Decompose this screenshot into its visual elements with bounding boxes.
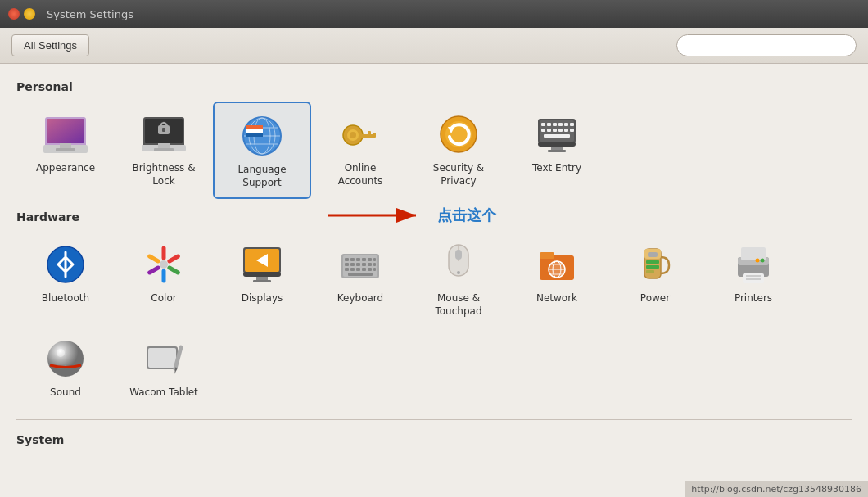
svg-rect-50: [551, 147, 563, 150]
svg-rect-102: [646, 265, 659, 269]
sidebar-item-printers[interactable]: Printers: [704, 232, 802, 326]
svg-line-57: [150, 268, 158, 273]
svg-rect-12: [158, 143, 170, 148]
svg-rect-47: [570, 129, 574, 132]
svg-rect-79: [373, 263, 376, 266]
svg-rect-68: [345, 258, 349, 261]
hardware-icon-grid: Bluetooth Color: [16, 232, 852, 408]
svg-point-112: [47, 341, 84, 377]
svg-rect-36: [541, 123, 545, 126]
sidebar-item-brightness-lock[interactable]: Brightness &Lock: [115, 102, 213, 199]
svg-rect-109: [746, 275, 761, 277]
sidebar-item-bluetooth[interactable]: Bluetooth: [16, 232, 115, 326]
svg-rect-81: [350, 268, 355, 271]
close-button[interactable]: [8, 8, 20, 20]
power-icon: [632, 242, 678, 287]
window-controls[interactable]: [8, 8, 35, 20]
svg-rect-24: [246, 133, 263, 137]
language-support-label: LanguageSupport: [237, 164, 286, 189]
sidebar-item-language-support[interactable]: LanguageSupport: [213, 102, 311, 199]
svg-rect-40: [564, 123, 568, 126]
toolbar: All Settings 🔍: [0, 28, 868, 64]
svg-rect-71: [362, 258, 366, 261]
svg-rect-82: [356, 268, 360, 271]
sidebar-item-mouse-touchpad[interactable]: Mouse &Touchpad: [409, 232, 508, 326]
sidebar-item-sound[interactable]: Sound: [16, 326, 115, 408]
main-content: Personal: [0, 64, 868, 492]
bluetooth-label: Bluetooth: [42, 292, 89, 305]
svg-rect-69: [350, 258, 355, 261]
svg-rect-48: [544, 134, 570, 138]
svg-rect-10: [162, 128, 165, 132]
svg-rect-65: [253, 280, 271, 282]
svg-rect-64: [256, 277, 268, 280]
svg-rect-74: [345, 263, 349, 266]
svg-rect-83: [362, 268, 366, 271]
svg-rect-44: [553, 129, 557, 132]
sidebar-item-text-entry[interactable]: Text Entry: [508, 102, 606, 199]
svg-rect-80: [345, 268, 349, 271]
system-section: System: [16, 419, 852, 446]
sidebar-item-displays[interactable]: Displays: [213, 232, 311, 326]
sidebar-item-power[interactable]: Power: [606, 232, 704, 326]
sidebar-item-security-privacy[interactable]: Security &Privacy: [409, 102, 508, 199]
svg-point-111: [756, 259, 760, 263]
system-section-header: System: [16, 433, 852, 446]
svg-line-58: [150, 256, 158, 261]
sidebar-item-color[interactable]: Color: [115, 232, 213, 326]
hardware-section-header: Hardware: [16, 210, 852, 224]
bluetooth-icon: [43, 242, 88, 287]
svg-rect-38: [553, 123, 557, 126]
search-input[interactable]: [676, 34, 857, 56]
svg-rect-84: [368, 268, 372, 271]
all-settings-button[interactable]: All Settings: [11, 34, 89, 56]
network-label: Network: [536, 292, 577, 305]
personal-icon-grid: Appearance Brightness &Lo: [16, 102, 852, 199]
svg-rect-72: [368, 258, 372, 261]
svg-rect-49: [538, 142, 576, 147]
svg-rect-30: [373, 133, 376, 137]
sidebar-item-wacom-tablet[interactable]: Wacom Tablet: [115, 326, 213, 408]
sidebar-item-keyboard[interactable]: Keyboard: [311, 232, 409, 326]
window-title: System Settings: [47, 8, 133, 20]
svg-rect-29: [368, 131, 371, 135]
displays-label: Displays: [242, 292, 283, 305]
wacom-tablet-label: Wacom Tablet: [129, 386, 198, 400]
svg-rect-85: [373, 268, 376, 271]
svg-rect-103: [646, 270, 654, 273]
mouse-touchpad-label: Mouse &Touchpad: [435, 292, 481, 318]
svg-point-113: [57, 349, 65, 357]
svg-rect-75: [350, 263, 355, 266]
svg-line-54: [170, 256, 178, 261]
svg-rect-108: [746, 278, 761, 280]
svg-rect-42: [541, 129, 545, 132]
sidebar-item-appearance[interactable]: Appearance: [16, 102, 115, 199]
svg-rect-101: [646, 260, 659, 264]
power-label: Power: [640, 292, 670, 305]
svg-rect-77: [362, 263, 366, 266]
keyboard-icon: [337, 242, 383, 287]
svg-rect-51: [548, 150, 566, 152]
printers-label: Printers: [735, 292, 772, 305]
search-wrap: 🔍: [676, 34, 857, 56]
printers-icon: [730, 242, 776, 287]
svg-rect-37: [547, 123, 551, 126]
svg-rect-89: [455, 250, 462, 260]
svg-rect-43: [547, 129, 551, 132]
svg-rect-5: [56, 148, 75, 151]
sidebar-item-network[interactable]: Network: [508, 232, 606, 326]
keyboard-label: Keyboard: [337, 292, 383, 305]
svg-line-55: [170, 268, 178, 273]
svg-rect-73: [373, 258, 376, 261]
appearance-label: Appearance: [36, 162, 95, 175]
sidebar-item-online-accounts[interactable]: OnlineAccounts: [311, 102, 409, 199]
svg-point-27: [350, 132, 356, 138]
language-support-icon: [239, 113, 285, 159]
svg-rect-46: [564, 129, 568, 132]
svg-point-90: [457, 271, 460, 274]
svg-rect-76: [356, 263, 360, 266]
wacom-tablet-icon: [141, 336, 187, 382]
online-accounts-label: OnlineAccounts: [338, 162, 383, 188]
minimize-button[interactable]: [24, 8, 35, 20]
svg-point-59: [160, 260, 168, 269]
